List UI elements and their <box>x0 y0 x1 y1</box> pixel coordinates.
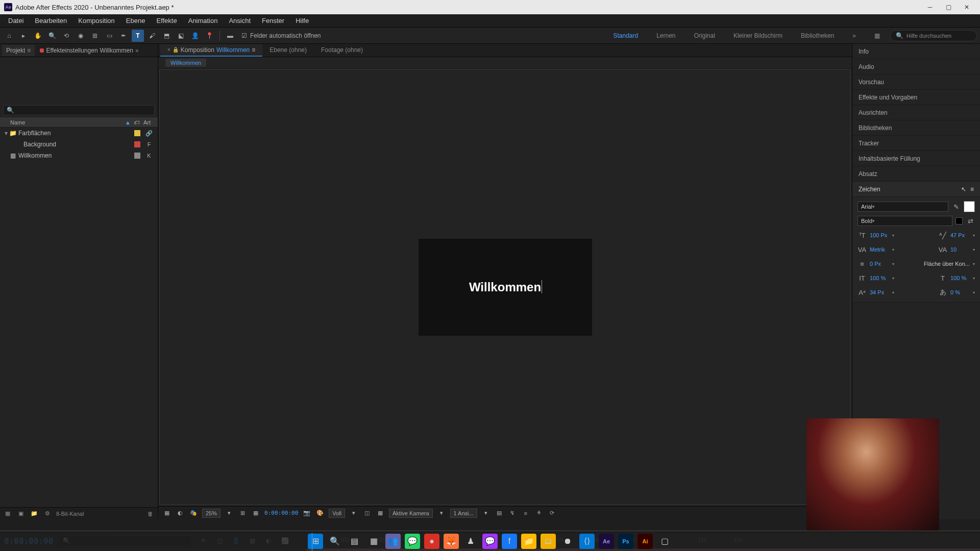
tab-komposition[interactable]: × 🔒 Komposition Willkommen ≡ <box>160 44 262 57</box>
tab-menu-icon[interactable]: ≡ <box>27 47 31 54</box>
rotate-tool[interactable]: ◉ <box>75 30 87 42</box>
stroke-color-swatch[interactable] <box>955 217 963 224</box>
panel-effekte[interactable]: Effekte und Vorgaben <box>852 90 980 105</box>
puppet-tool[interactable]: 📍 <box>203 30 215 42</box>
eyedropper-icon[interactable]: ✎ <box>951 203 961 211</box>
tb-explorer[interactable]: 📁 <box>521 534 536 549</box>
mask-icon[interactable]: 🎭 <box>189 509 198 518</box>
font-weight-select[interactable]: Bold▾ <box>857 216 952 226</box>
comp-viewport[interactable]: Willkommen <box>159 69 851 505</box>
ws-kleiner[interactable]: Kleiner Bildschirm <box>730 30 786 41</box>
pixel-aspect-icon[interactable]: ▤ <box>495 509 504 518</box>
tb-facebook[interactable]: f <box>502 534 517 549</box>
camera-select[interactable]: Aktive Kamera <box>389 509 433 518</box>
swap-colors-icon[interactable]: ⇄ <box>966 217 975 225</box>
panel-bibliotheken[interactable]: Bibliotheken <box>852 120 980 136</box>
leading-value[interactable]: 47 Px <box>950 232 970 238</box>
ws-bibliotheken[interactable]: Bibliotheken <box>798 30 837 41</box>
tb-aftereffects[interactable]: Ae <box>599 534 614 549</box>
panel-ausrichten[interactable]: Ausrichten <box>852 105 980 120</box>
tab-projekt[interactable]: Projekt ≡ <box>2 45 35 56</box>
new-comp-icon[interactable]: ▣ <box>16 509 26 518</box>
chevron-down-icon[interactable]: ▾ <box>973 247 975 252</box>
ws-original[interactable]: Original <box>691 30 718 41</box>
menu-ansicht[interactable]: Ansicht <box>224 15 256 27</box>
chevron-down-icon[interactable]: ▾ <box>892 290 894 295</box>
color-swatch[interactable] <box>134 130 140 136</box>
menu-effekte[interactable]: Effekte <box>151 15 182 27</box>
grid-icon[interactable]: ⊞ <box>238 509 247 518</box>
color-swatch[interactable] <box>134 153 140 159</box>
clone-tool[interactable]: ⬒ <box>160 30 173 42</box>
pen-tool[interactable]: ✒ <box>117 30 130 42</box>
trash-icon[interactable]: 🗑 <box>145 509 155 518</box>
guides-icon[interactable]: ▦ <box>251 509 260 518</box>
tb-firefox[interactable]: 🦊 <box>444 534 459 549</box>
tb-windows[interactable]: ⊞ <box>308 534 323 549</box>
tb-app2[interactable]: ♟ <box>463 534 478 549</box>
channel-icon[interactable]: 🎨 <box>315 509 325 518</box>
zoom-select[interactable]: 25% <box>202 509 220 518</box>
close-icon[interactable]: × <box>167 47 170 53</box>
menu-komposition[interactable]: Komposition <box>73 15 120 27</box>
project-item-folder[interactable]: ▾ 📁 Farbflächen 🔗 <box>0 128 158 139</box>
chevron-down-icon[interactable]: ▾ <box>973 233 975 238</box>
col-art[interactable]: Art <box>139 119 155 126</box>
panel-menu-icon[interactable]: ≡ <box>970 186 974 193</box>
bpc-label[interactable]: 8-Bit-Kanal <box>56 511 84 517</box>
tab-more-icon[interactable]: » <box>135 47 139 54</box>
rect-tool[interactable]: ▭ <box>103 30 115 42</box>
tb-vscode[interactable]: ⟨⟩ <box>579 534 595 549</box>
tb-illustrator[interactable]: Ai <box>638 534 653 549</box>
trans-grid-icon[interactable]: ▦ <box>376 509 385 518</box>
chevron-down-icon[interactable]: ▾ <box>892 276 894 281</box>
project-item-comp[interactable]: ▦ Willkommen K <box>0 150 158 161</box>
fill-over-stroke-select[interactable]: Fläche über Kon... <box>924 261 970 267</box>
chevron-down-icon[interactable]: ▾ <box>892 233 894 238</box>
panel-zeichen[interactable]: Zeichen ↖ ≡ <box>852 182 980 197</box>
tracking-value[interactable]: 10 <box>950 246 970 253</box>
resolution-select[interactable]: Voll <box>329 509 345 518</box>
ws-menu-icon[interactable]: ▦ <box>871 30 883 41</box>
breadcrumb-item[interactable]: Willkommen <box>165 59 206 67</box>
chevron-down-icon[interactable]: ▾ <box>349 509 358 518</box>
font-family-select[interactable]: Arial▾ <box>857 202 948 212</box>
chevron-down-icon[interactable]: ▾ <box>973 276 975 281</box>
interpret-icon[interactable]: ▦ <box>3 509 12 518</box>
col-tag-icon[interactable]: 🏷 <box>134 119 139 126</box>
panel-tracker[interactable]: Tracker <box>852 136 980 151</box>
chevron-down-icon[interactable]: ▾ <box>973 290 975 295</box>
menu-hilfe[interactable]: Hilfe <box>290 15 314 27</box>
views-select[interactable]: 1 Ansi... <box>450 509 477 518</box>
chevron-down-icon[interactable]: ▾ <box>973 262 975 266</box>
comp-flow-icon[interactable]: ⚘ <box>534 509 544 518</box>
minimize-button[interactable]: ─ <box>921 0 939 14</box>
sort-icon[interactable]: ▲ <box>125 119 131 126</box>
tab-footage[interactable]: Footage (ohne) <box>314 44 370 57</box>
font-size-value[interactable]: 100 Px <box>870 232 889 238</box>
orbit-tool[interactable]: ⟲ <box>60 30 72 42</box>
zoom-tool[interactable]: 🔍 <box>46 30 58 42</box>
roi-icon[interactable]: ◫ <box>362 509 372 518</box>
stroke-width-value[interactable]: 0 Px <box>870 261 889 267</box>
help-search[interactable]: 🔍 Hilfe durchsuchen <box>890 30 977 41</box>
tab-menu-icon[interactable]: ≡ <box>252 46 255 54</box>
panel-absatz[interactable]: Absatz <box>852 166 980 182</box>
tb-obs[interactable]: ⏺ <box>560 534 575 549</box>
tb-app1[interactable]: ● <box>424 534 439 549</box>
tab-ebene[interactable]: Ebene (ohne) <box>262 44 314 57</box>
tb-whatsapp[interactable]: 💬 <box>405 534 420 549</box>
lock-icon[interactable]: 🔒 <box>173 47 179 53</box>
home-tool[interactable]: ⌂ <box>3 30 15 42</box>
chevron-down-icon[interactable]: ▾ <box>225 509 234 518</box>
current-timecode[interactable]: 0:00:00:00 <box>264 510 298 516</box>
bpc-icon[interactable]: ⚙ <box>43 509 52 518</box>
tb-teams[interactable]: 👥 <box>385 534 401 549</box>
always-preview-icon[interactable]: ▦ <box>162 509 172 518</box>
chevron-down-icon[interactable]: ▾ <box>481 509 491 518</box>
baseline-value[interactable]: 34 Px <box>870 289 889 295</box>
ws-lernen[interactable]: Lernen <box>653 30 678 41</box>
eraser-tool[interactable]: ⬕ <box>175 30 187 42</box>
rect-btn[interactable]: ▬ <box>224 30 236 42</box>
panel-vorschau[interactable]: Vorschau <box>852 74 980 90</box>
